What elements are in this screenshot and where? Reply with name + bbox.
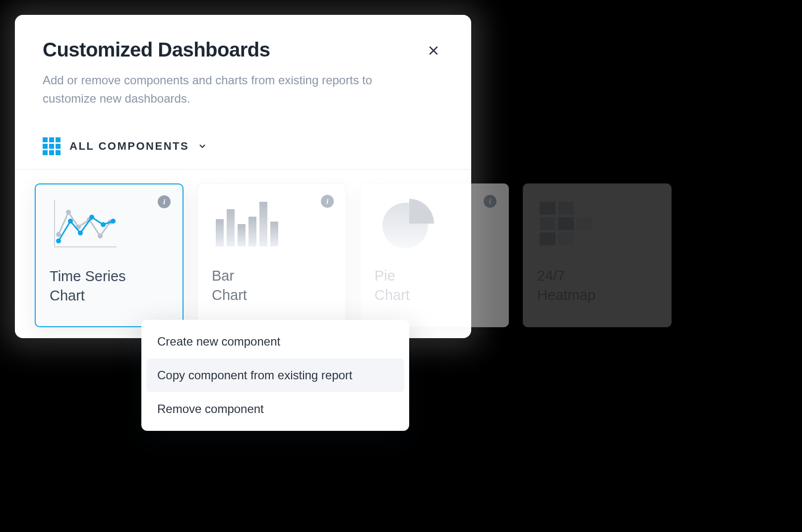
svg-point-10 xyxy=(56,238,61,243)
component-cards-strip: i Time Series Chart i Bar Chart xyxy=(35,183,672,327)
svg-point-4 xyxy=(56,232,61,237)
svg-point-12 xyxy=(78,231,83,236)
svg-rect-27 xyxy=(576,217,592,230)
svg-rect-25 xyxy=(540,217,555,230)
svg-rect-26 xyxy=(558,217,574,230)
card-title: Pie Chart xyxy=(374,266,494,305)
chevron-down-icon xyxy=(198,142,207,151)
card-heatmap[interactable]: 24/7 Heatmap xyxy=(523,183,672,327)
dialog-subtitle: Add or remove components and charts from… xyxy=(43,71,410,108)
card-bar-chart[interactable]: i Bar Chart xyxy=(197,183,346,327)
menu-item-remove-component[interactable]: Remove component xyxy=(146,392,404,426)
heatmap-icon xyxy=(537,197,607,251)
menu-item-create-component[interactable]: Create new component xyxy=(146,325,404,358)
card-pie-chart[interactable]: i Pie Chart xyxy=(360,183,509,327)
svg-rect-28 xyxy=(540,233,555,245)
info-icon[interactable]: i xyxy=(321,195,334,208)
card-title: 24/7 Heatmap xyxy=(537,266,657,305)
close-button[interactable] xyxy=(424,41,443,60)
line-chart-icon xyxy=(50,197,119,252)
svg-point-11 xyxy=(68,219,73,224)
svg-rect-21 xyxy=(270,222,278,246)
close-icon xyxy=(428,45,439,57)
card-time-series-chart[interactable]: i Time Series Chart xyxy=(35,183,184,327)
card-title: Time Series Chart xyxy=(50,267,169,305)
svg-rect-16 xyxy=(216,219,224,246)
grid-icon xyxy=(43,137,61,155)
info-icon[interactable]: i xyxy=(484,195,496,208)
component-filter-dropdown[interactable]: ALL COMPONENTS xyxy=(15,127,471,170)
info-icon[interactable]: i xyxy=(158,195,171,208)
svg-point-14 xyxy=(101,222,106,227)
svg-point-5 xyxy=(66,210,71,215)
svg-point-8 xyxy=(98,234,103,238)
pie-chart-icon xyxy=(374,197,444,251)
dialog-title: Customized Dashboards xyxy=(43,39,443,61)
bar-chart-icon xyxy=(212,197,281,251)
context-menu: Create new component Copy component from… xyxy=(141,320,409,431)
svg-rect-19 xyxy=(248,217,256,246)
svg-rect-24 xyxy=(558,202,574,215)
svg-rect-17 xyxy=(227,209,235,246)
filter-label: ALL COMPONENTS xyxy=(69,140,189,153)
svg-rect-20 xyxy=(259,202,267,246)
dialog-header: Customized Dashboards Add or remove comp… xyxy=(15,15,471,127)
svg-point-15 xyxy=(111,219,116,224)
svg-rect-29 xyxy=(558,233,574,245)
menu-item-copy-component[interactable]: Copy component from existing report xyxy=(146,358,404,392)
svg-rect-18 xyxy=(238,224,246,246)
svg-rect-23 xyxy=(540,202,555,215)
svg-point-13 xyxy=(89,215,94,220)
card-title: Bar Chart xyxy=(212,266,332,305)
